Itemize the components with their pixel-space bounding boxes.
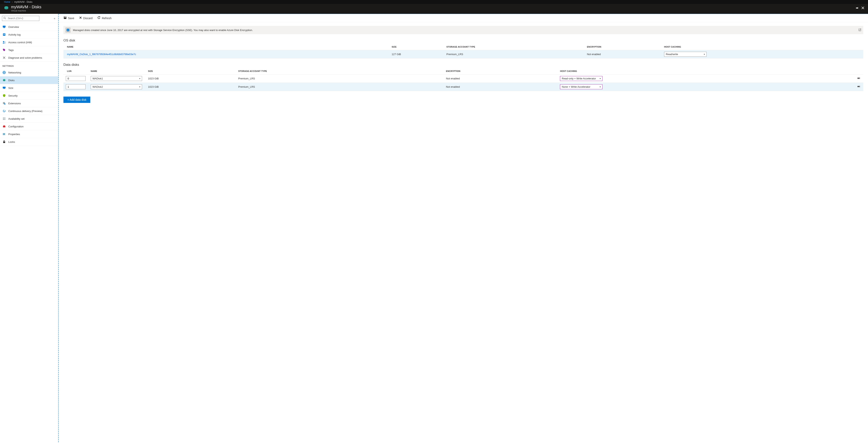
svg-rect-25	[3, 119, 4, 120]
col-name: NAME	[63, 44, 390, 50]
col-host-caching: HOST CACHING	[558, 68, 855, 74]
info-text: Managed disks created since June 10, 201…	[73, 29, 253, 32]
sidebar-item-extensions[interactable]: Extensions	[0, 99, 58, 107]
sidebar-item-label: Security	[8, 94, 18, 97]
host-caching-select[interactable]: None + Write Accelerator ▾	[560, 84, 602, 89]
os-disk-host-caching-select[interactable]: Read/write ▾	[664, 52, 707, 57]
sidebar-item-properties[interactable]: Properties	[0, 130, 58, 138]
os-disk-size: 127 GiB	[390, 50, 445, 59]
chevron-down-icon: ▾	[139, 77, 140, 80]
discard-icon	[79, 16, 82, 20]
sidebar-item-label: Availability set	[8, 117, 25, 120]
svg-rect-7	[4, 27, 4, 28]
svg-rect-39	[860, 86, 860, 87]
sidebar-item-networking[interactable]: Networking	[0, 69, 58, 76]
disk-name-select[interactable]: WADisk2 ▾	[91, 84, 142, 89]
overview-icon	[2, 25, 6, 29]
close-icon[interactable]	[861, 6, 864, 10]
breadcrumb-home[interactable]: Home	[4, 1, 10, 3]
os-disk-row: myWAVM_OsDisk_1_f8678795084e451c8bfdb837…	[63, 50, 863, 59]
save-button[interactable]: Save	[63, 16, 74, 20]
col-size: SIZE	[390, 44, 445, 50]
info-banner: Managed disks created since June 10, 201…	[63, 26, 863, 34]
lun-input[interactable]	[66, 76, 86, 81]
sidebar-item-label: Access control (IAM)	[8, 41, 32, 44]
os-disk-name-link[interactable]: myWAVM_OsDisk_1_f8678795084e451c8bfdb837…	[67, 53, 136, 56]
lun-input[interactable]	[66, 84, 86, 89]
sidebar-item-label: Activity log	[8, 33, 21, 36]
toolbar: Save Discard Refresh	[59, 14, 868, 22]
sidebar-item-label: Continuous delivery (Preview)	[8, 109, 42, 113]
svg-point-4	[4, 17, 5, 19]
os-disk-storage-type: Premium_LRS	[445, 50, 585, 59]
svg-rect-22	[4, 103, 5, 104]
external-link-icon[interactable]	[859, 28, 861, 32]
sidebar-item-locks[interactable]: Locks	[0, 138, 58, 146]
sidebar-item-availability-set[interactable]: Availability set	[0, 115, 58, 123]
svg-point-37	[68, 29, 68, 30]
save-label: Save	[68, 17, 74, 20]
data-disks-table: LUN NAME SIZE STORAGE ACCOUNT TYPE ENCRY…	[63, 68, 863, 91]
write-accelerator-icon[interactable]	[857, 77, 861, 80]
sidebar-item-label: Diagnose and solve problems	[8, 56, 42, 59]
sidebar-item-configuration[interactable]: Configuration	[0, 123, 58, 130]
sidebar-item-label: Disks	[8, 79, 14, 82]
access-control-icon	[2, 40, 6, 44]
sidebar-item-label: Properties	[8, 133, 20, 136]
sidebar-item-tags[interactable]: Tags	[0, 46, 58, 54]
add-data-disk-button[interactable]: + Add data disk	[63, 97, 90, 103]
svg-rect-19	[3, 87, 5, 89]
svg-point-12	[3, 41, 4, 42]
svg-rect-26	[4, 119, 5, 120]
activity-log-icon	[2, 33, 6, 36]
col-encryption: ENCRYPTION	[444, 68, 558, 74]
chevron-down-icon: ▾	[704, 53, 705, 55]
svg-rect-36	[68, 30, 68, 31]
security-icon	[2, 94, 6, 97]
availability-set-icon	[2, 117, 6, 121]
data-disks-heading: Data disks	[63, 63, 863, 67]
tags-icon	[2, 48, 6, 52]
sidebar-item-overview[interactable]: Overview	[0, 23, 58, 31]
collapse-sidebar-icon[interactable]: «	[53, 17, 56, 20]
page-subtitle: Virtual machine	[11, 9, 41, 12]
sidebar-item-security[interactable]: Security	[0, 92, 58, 99]
sidebar-item-label: Locks	[8, 140, 15, 144]
write-accelerator-icon[interactable]	[857, 85, 861, 89]
data-disk-row: WADisk2 ▾ 1023 GiB Premium_LRS Not enabl…	[63, 83, 863, 91]
sidebar-settings-heading: SETTINGS	[0, 62, 58, 69]
chevron-down-icon: ▾	[139, 86, 140, 88]
discard-button[interactable]: Discard	[79, 16, 92, 20]
search-input[interactable]	[2, 16, 39, 21]
svg-rect-24	[4, 118, 5, 119]
disk-storage-type: Premium_LRS	[237, 83, 444, 91]
disks-icon	[2, 78, 6, 82]
disk-name-select[interactable]: WADisk1 ▾	[91, 76, 142, 81]
extensions-icon	[2, 101, 6, 105]
sidebar-item-access-control[interactable]: Access control (IAM)	[0, 38, 58, 46]
disk-name-value: WADisk2	[92, 85, 103, 88]
host-caching-select[interactable]: Read-only + Write Accelerator ▾	[560, 76, 602, 81]
disk-icon	[4, 5, 9, 11]
pin-icon[interactable]	[855, 6, 859, 10]
svg-rect-27	[3, 126, 5, 127]
breadcrumb-separator: ›	[12, 1, 13, 3]
discard-label: Discard	[83, 17, 92, 20]
svg-rect-11	[3, 35, 5, 35]
svg-rect-10	[3, 34, 5, 34]
refresh-button[interactable]: Refresh	[97, 16, 112, 20]
sidebar-item-disks[interactable]: Disks	[0, 76, 58, 84]
locks-icon	[2, 140, 6, 144]
info-icon	[65, 27, 70, 33]
sidebar-item-size[interactable]: Size	[0, 84, 58, 92]
sidebar-item-continuous-delivery[interactable]: Continuous delivery (Preview)	[0, 107, 58, 115]
os-disk-host-caching-value: Read/write	[666, 53, 678, 56]
col-size: SIZE	[147, 68, 237, 74]
breadcrumb: Home › myWAVM - Disks	[0, 0, 868, 4]
os-disk-table: NAME SIZE STORAGE ACCOUNT TYPE ENCRYPTIO…	[63, 44, 863, 59]
sidebar-item-activity-log[interactable]: Activity log	[0, 31, 58, 38]
host-caching-value: None + Write Accelerator	[562, 85, 590, 88]
chevron-down-icon: ▾	[600, 77, 601, 80]
main-content: Save Discard Refresh Managed disks creat…	[58, 14, 868, 443]
sidebar-item-diagnose[interactable]: Diagnose and solve problems	[0, 54, 58, 62]
